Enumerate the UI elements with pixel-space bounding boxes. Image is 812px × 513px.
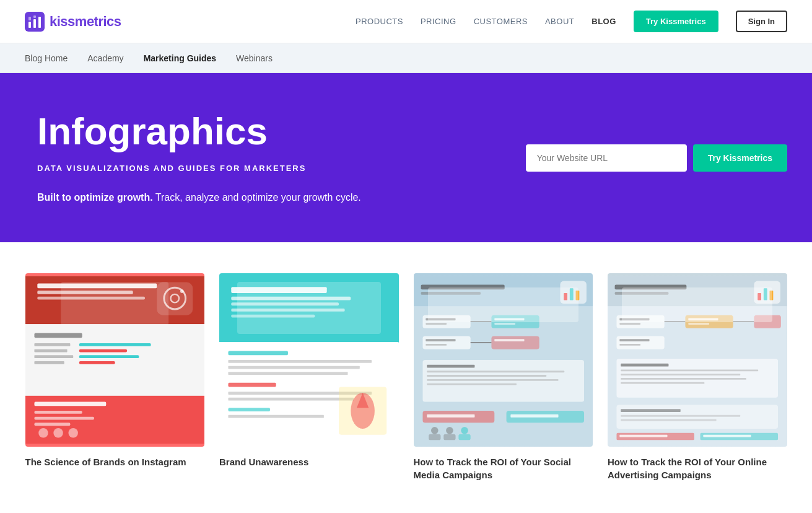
svg-point-87 — [461, 427, 468, 434]
svg-rect-9 — [37, 291, 133, 294]
card-3-title: How to Track the ROI of Your Social Medi… — [414, 455, 593, 481]
svg-rect-44 — [228, 383, 276, 387]
svg-rect-78 — [427, 384, 517, 385]
svg-rect-95 — [764, 288, 767, 300]
svg-rect-23 — [79, 355, 139, 358]
cards-grid: The Science of Brands on Instagram — [25, 273, 787, 481]
sub-nav-marketing-guides[interactable]: Marketing Guides — [144, 53, 216, 63]
nav-signin-button[interactable]: Sign In — [736, 11, 787, 32]
sub-nav-blog-home[interactable]: Blog Home — [25, 53, 68, 63]
svg-rect-20 — [34, 361, 64, 364]
svg-rect-86 — [443, 434, 455, 441]
nav-item-about[interactable]: ABOUT — [545, 17, 574, 26]
svg-rect-54 — [421, 285, 504, 290]
svg-rect-65 — [494, 318, 524, 321]
card-1: The Science of Brands on Instagram — [25, 273, 205, 481]
nav-item-blog[interactable]: BLOG — [592, 17, 616, 26]
svg-rect-97 — [616, 315, 664, 328]
svg-rect-99 — [619, 323, 640, 325]
hero-left: Infographics DATA VISUALIZATIONS AND GUI… — [37, 110, 361, 205]
svg-rect-118 — [621, 419, 716, 421]
svg-rect-35 — [231, 297, 351, 300]
cards-section: The Science of Brands on Instagram — [0, 242, 812, 512]
nav-item-products[interactable]: PRODUCTS — [356, 17, 403, 26]
svg-rect-1 — [28, 22, 31, 28]
svg-rect-116 — [621, 409, 681, 412]
nav-item-pricing[interactable]: PRICING — [421, 17, 456, 26]
svg-rect-46 — [228, 398, 354, 401]
svg-rect-122 — [703, 435, 751, 437]
svg-rect-98 — [619, 318, 649, 321]
svg-point-85 — [446, 427, 453, 434]
svg-rect-90 — [608, 276, 787, 306]
svg-rect-3 — [33, 19, 36, 28]
svg-rect-114 — [621, 382, 704, 384]
svg-rect-110 — [621, 364, 668, 367]
svg-rect-40 — [228, 351, 288, 356]
svg-point-83 — [430, 427, 438, 434]
card-2-title: Brand Unawareness — [219, 455, 399, 468]
svg-rect-37 — [231, 309, 344, 312]
card-3: How to Track the ROI of Your Social Medi… — [414, 273, 593, 481]
svg-rect-28 — [34, 417, 94, 420]
card-4-title: How to Track the ROI of Your Online Adve… — [608, 455, 787, 481]
hero-right: Try Kissmetrics — [526, 144, 787, 172]
svg-rect-33 — [219, 276, 399, 342]
logo-icon — [25, 12, 45, 32]
nav-try-button[interactable]: Try Kissmetrics — [634, 11, 718, 32]
svg-rect-76 — [427, 375, 546, 377]
svg-point-31 — [53, 428, 63, 437]
hero-try-button[interactable]: Try Kissmetrics — [693, 144, 787, 172]
svg-rect-24 — [79, 361, 115, 364]
svg-rect-58 — [569, 288, 573, 300]
svg-rect-60 — [422, 315, 470, 328]
svg-rect-64 — [491, 315, 539, 328]
svg-rect-26 — [34, 402, 106, 406]
card-2-image[interactable] — [219, 273, 399, 447]
card-2: Brand Unawareness — [219, 273, 399, 481]
hero-url-input[interactable] — [526, 144, 687, 172]
hero-desc-regular: Track, analyze and optimize your growth … — [153, 192, 361, 203]
svg-rect-96 — [770, 291, 774, 300]
card-3-image[interactable] — [414, 273, 593, 447]
svg-rect-112 — [621, 374, 740, 375]
svg-rect-93 — [754, 281, 780, 304]
svg-rect-82 — [510, 414, 558, 418]
site-header: kissmetrics PRODUCTS PRICING CUSTOMERS A… — [0, 0, 812, 43]
svg-rect-29 — [34, 423, 70, 426]
svg-rect-67 — [422, 336, 470, 349]
svg-rect-38 — [231, 315, 315, 318]
hero-subtitle: DATA VISUALIZATIONS AND GUIDES FOR MARKE… — [37, 164, 361, 173]
svg-rect-120 — [619, 435, 667, 437]
sub-nav: Blog Home Academy Marketing Guides Webin… — [0, 43, 812, 73]
svg-rect-113 — [621, 378, 746, 380]
card-4-image[interactable] — [608, 273, 787, 447]
svg-rect-61 — [426, 318, 455, 321]
svg-rect-72 — [494, 339, 524, 341]
card-4: How to Track the ROI of Your Online Adve… — [608, 273, 787, 481]
svg-rect-107 — [619, 339, 649, 341]
svg-rect-62 — [426, 323, 447, 325]
svg-rect-8 — [37, 284, 157, 289]
logo-link[interactable]: kissmetrics — [25, 12, 121, 32]
card-1-image[interactable] — [25, 273, 205, 447]
sub-nav-academy[interactable]: Academy — [87, 53, 123, 63]
hero-section: Infographics DATA VISUALIZATIONS AND GUI… — [0, 73, 812, 242]
svg-rect-4 — [33, 15, 36, 18]
svg-rect-103 — [688, 323, 709, 325]
card-1-title: The Science of Brands on Instagram — [25, 455, 205, 468]
svg-rect-27 — [34, 411, 82, 414]
svg-rect-10 — [37, 297, 145, 300]
svg-rect-92 — [615, 292, 669, 295]
svg-rect-71 — [491, 336, 539, 349]
svg-rect-53 — [414, 276, 593, 306]
hero-description: Built to optimize growth. Track, analyze… — [37, 190, 361, 205]
svg-rect-42 — [228, 366, 359, 369]
sub-nav-webinars[interactable]: Webinars — [236, 53, 273, 63]
svg-point-30 — [38, 428, 48, 437]
nav-item-customers[interactable]: CUSTOMERS — [474, 17, 528, 26]
svg-rect-88 — [458, 434, 470, 441]
svg-rect-5 — [38, 17, 41, 28]
svg-rect-41 — [228, 360, 372, 363]
svg-rect-57 — [564, 293, 567, 300]
